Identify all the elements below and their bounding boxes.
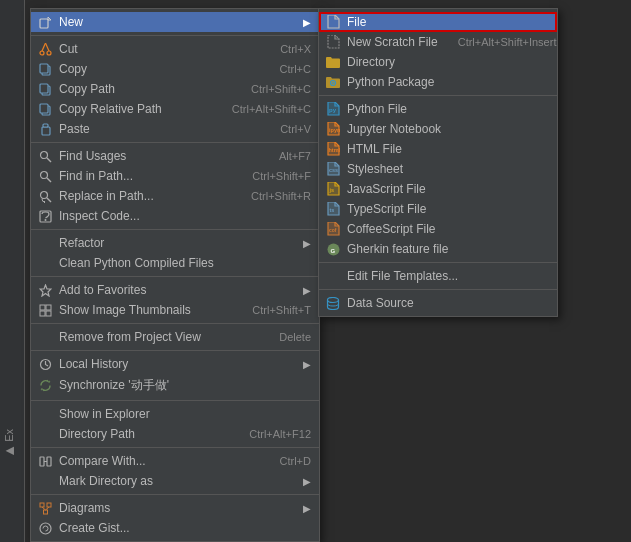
submenu-item-scratch[interactable]: New Scratch File Ctrl+Alt+Shift+Insert — [319, 32, 557, 52]
mark-dir-arrow-icon: ▶ — [303, 476, 311, 487]
submenu-item-ts[interactable]: ts TypeScript File — [319, 199, 557, 219]
menu-item-paste[interactable]: Paste Ctrl+V — [31, 119, 319, 139]
menu-item-history[interactable]: Local History ▶ — [31, 354, 319, 374]
context-menu: New ▶ Cut Ctrl+X Copy Ctrl+C — [30, 8, 320, 542]
copy-rel-shortcut: Ctrl+Alt+Shift+C — [232, 103, 311, 115]
menu-item-gist[interactable]: Create Gist... — [31, 518, 319, 538]
menu-label-replace: Replace in Path... — [59, 189, 231, 203]
submenu-item-file[interactable]: File — [319, 12, 557, 32]
submenu-item-gherkin[interactable]: G Gherkin feature file — [319, 239, 557, 259]
gherkin-feature-icon: G — [323, 243, 343, 256]
menu-item-remove[interactable]: Remove from Project View Delete — [31, 327, 319, 347]
history-arrow-icon: ▶ — [303, 359, 311, 370]
history-icon — [35, 358, 55, 371]
menu-item-dir-path[interactable]: Directory Path Ctrl+Alt+F12 — [31, 424, 319, 444]
menu-item-replace[interactable]: Replace in Path... Ctrl+Shift+R — [31, 186, 319, 206]
copy-rel-icon — [35, 103, 55, 116]
svg-point-36 — [40, 523, 51, 534]
menu-item-new[interactable]: New ▶ — [31, 12, 319, 32]
gist-icon — [35, 522, 55, 535]
menu-item-favorites[interactable]: Add to Favorites ▶ — [31, 280, 319, 300]
submenu-label-html: HTML File — [347, 142, 549, 156]
svg-text:ipynb: ipynb — [329, 127, 340, 133]
menu-item-copy-path[interactable]: Copy Path Ctrl+Shift+C — [31, 79, 319, 99]
menu-label-clean: Clean Python Compiled Files — [59, 256, 311, 270]
menu-label-find-usages: Find Usages — [59, 149, 259, 163]
menu-item-compare[interactable]: Compare With... Ctrl+D — [31, 451, 319, 471]
menu-label-copy: Copy — [59, 62, 260, 76]
submenu-new: File New Scratch File Ctrl+Alt+Shift+Ins… — [318, 8, 558, 317]
new-icon — [35, 16, 55, 29]
coffeescript-file-icon: cof — [323, 222, 343, 236]
svg-line-5 — [45, 43, 49, 51]
menu-label-compare: Compare With... — [59, 454, 260, 468]
remove-shortcut: Delete — [279, 331, 311, 343]
menu-item-refactor[interactable]: Refactor ▶ — [31, 233, 319, 253]
submenu-sep-1 — [319, 95, 557, 96]
menu-label-sync: Synchronize '动手做' — [59, 377, 311, 394]
svg-text:py: py — [329, 107, 337, 113]
submenu-label-file: File — [347, 15, 549, 29]
menu-item-sync[interactable]: Synchronize '动手做' — [31, 374, 319, 397]
menu-label-find-path: Find in Path... — [59, 169, 232, 183]
submenu-item-edit-templates[interactable]: Edit File Templates... — [319, 266, 557, 286]
menu-item-clean[interactable]: Clean Python Compiled Files — [31, 253, 319, 273]
submenu-item-html[interactable]: html HTML File — [319, 139, 557, 159]
find-path-shortcut: Ctrl+Shift+F — [252, 170, 311, 182]
submenu-sep-3 — [319, 289, 557, 290]
submenu-label-datasource: Data Source — [347, 296, 549, 310]
submenu-label-scratch: New Scratch File — [347, 35, 438, 49]
submenu-item-js[interactable]: js JavaScript File — [319, 179, 557, 199]
svg-point-16 — [40, 171, 47, 178]
stylesheet-icon: css — [323, 162, 343, 176]
svg-line-4 — [42, 43, 46, 51]
submenu-label-edit-templates: Edit File Templates... — [347, 269, 549, 283]
svg-text:js: js — [328, 187, 334, 193]
thumbnails-shortcut: Ctrl+Shift+T — [252, 304, 311, 316]
compare-shortcut: Ctrl+D — [280, 455, 311, 467]
menu-label-mark-dir: Mark Directory as — [59, 474, 297, 488]
svg-text:html: html — [328, 147, 340, 153]
submenu-item-py-pkg[interactable]: Python Package — [319, 72, 557, 92]
submenu-item-datasource[interactable]: Data Source — [319, 293, 557, 313]
menu-item-thumbnails[interactable]: Show Image Thumbnails Ctrl+Shift+T — [31, 300, 319, 320]
svg-point-38 — [332, 82, 334, 84]
submenu-item-css[interactable]: css Stylesheet — [319, 159, 557, 179]
cut-icon — [35, 43, 55, 56]
menu-item-copy[interactable]: Copy Ctrl+C — [31, 59, 319, 79]
submenu-item-jupyter[interactable]: ipynb Jupyter Notebook — [319, 119, 557, 139]
menu-label-remove: Remove from Project View — [59, 330, 259, 344]
paste-icon — [35, 123, 55, 136]
html-file-icon: html — [323, 142, 343, 156]
submenu-item-coffee[interactable]: cof CoffeeScript File — [319, 219, 557, 239]
copy-shortcut: Ctrl+C — [280, 63, 311, 75]
diagrams-icon — [35, 502, 55, 515]
menu-label-new: New — [59, 15, 297, 29]
favorites-icon — [35, 284, 55, 297]
scratch-file-icon — [323, 35, 343, 49]
menu-item-explorer[interactable]: Show in Explorer — [31, 404, 319, 424]
menu-label-history: Local History — [59, 357, 297, 371]
menu-item-find-path[interactable]: Find in Path... Ctrl+Shift+F — [31, 166, 319, 186]
svg-rect-28 — [40, 457, 44, 466]
menu-label-cut: Cut — [59, 42, 260, 56]
svg-rect-24 — [46, 305, 51, 310]
separator-2 — [31, 142, 319, 143]
menu-item-find-usages[interactable]: Find Usages Alt+F7 — [31, 146, 319, 166]
menu-item-mark-dir[interactable]: Mark Directory as ▶ — [31, 471, 319, 491]
submenu-item-python[interactable]: py Python File — [319, 99, 557, 119]
menu-label-explorer: Show in Explorer — [59, 407, 311, 421]
menu-label-dir-path: Directory Path — [59, 427, 229, 441]
svg-rect-0 — [40, 19, 48, 28]
menu-item-cut[interactable]: Cut Ctrl+X — [31, 39, 319, 59]
find-usages-shortcut: Alt+F7 — [279, 150, 311, 162]
menu-label-copy-rel: Copy Relative Path — [59, 102, 212, 116]
submenu-item-directory[interactable]: Directory — [319, 52, 557, 72]
scratch-shortcut: Ctrl+Alt+Shift+Insert — [458, 36, 557, 48]
menu-item-inspect[interactable]: Inspect Code... — [31, 206, 319, 226]
javascript-file-icon: js — [323, 182, 343, 196]
submenu-label-coffee: CoffeeScript File — [347, 222, 549, 236]
menu-item-diagrams[interactable]: Diagrams ▶ — [31, 498, 319, 518]
menu-item-copy-rel[interactable]: Copy Relative Path Ctrl+Alt+Shift+C — [31, 99, 319, 119]
svg-rect-25 — [40, 311, 45, 316]
